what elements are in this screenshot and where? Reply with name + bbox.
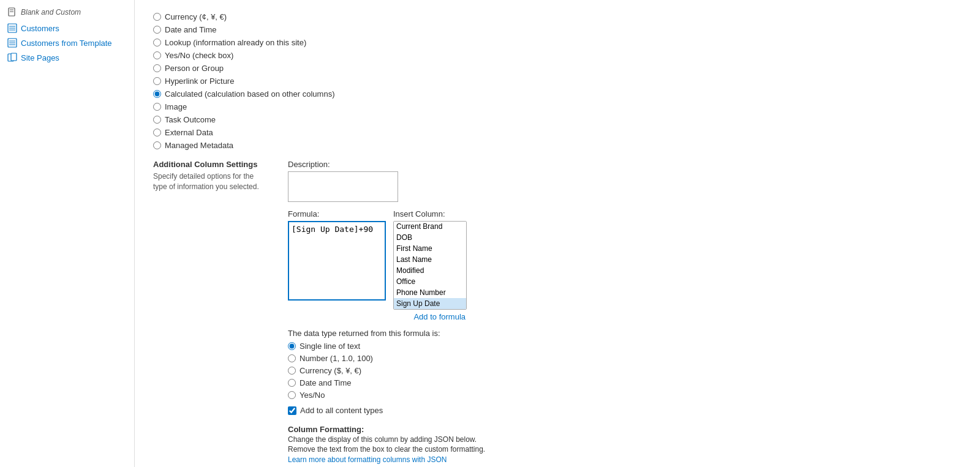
radio-yesno-label: Yes/No (check box) (165, 51, 233, 60)
sidebar-item-customers-label: Customers (21, 24, 59, 33)
radio-person-group-label: Person or Group (165, 64, 224, 73)
insert-option-first-name[interactable]: First Name (394, 243, 466, 254)
radio-dt-datetime-input[interactable] (288, 379, 296, 387)
sidebar-item-blank-label: Blank and Custom (21, 8, 81, 17)
radio-image-label: Image (165, 102, 187, 111)
sidebar-item-customers-template[interactable]: Customers from Template (0, 35, 134, 50)
sidebar-item-customers-template-label: Customers from Template (21, 39, 112, 48)
radio-external-data-label: External Data (165, 128, 213, 137)
sidebar: Blank and Custom Customers Customers fro… (0, 0, 135, 467)
radio-dt-yesno-label: Yes/No (300, 390, 325, 400)
data-type-label: The data type returned from this formula… (288, 329, 962, 338)
radio-dt-yesno-input[interactable] (288, 391, 296, 399)
radio-currency-input[interactable] (153, 13, 161, 21)
settings-label-column: Additional Column Settings Specify detai… (153, 160, 263, 467)
radio-managed-metadata-label: Managed Metadata (165, 141, 233, 150)
additional-column-settings: Additional Column Settings Specify detai… (153, 160, 962, 467)
insert-option-phone-number[interactable]: Phone Number (394, 287, 466, 298)
page-icon (7, 7, 17, 17)
insert-option-office[interactable]: Office (394, 276, 466, 287)
column-formatting-link[interactable]: Learn more about formatting columns with… (288, 455, 447, 464)
insert-option-sign-up-date[interactable]: Sign Up Date (394, 298, 466, 309)
radio-person-group[interactable]: Person or Group (153, 64, 962, 73)
list-icon (7, 23, 17, 33)
description-label: Description: (288, 160, 962, 169)
settings-content-column: Description: Formula: [Sign Up Date]+90 … (288, 160, 962, 467)
insert-option-dob[interactable]: DOB (394, 232, 466, 243)
radio-dt-single-line-input[interactable] (288, 342, 296, 350)
column-formatting-desc2: Remove the text from the box to clear th… (288, 445, 962, 454)
radio-task-outcome-input[interactable] (153, 116, 161, 124)
sitepages-icon (7, 53, 17, 62)
add-to-content-types-label: Add to all content types (300, 406, 383, 415)
app-layout: Blank and Custom Customers Customers fro… (0, 0, 980, 467)
radio-image-input[interactable] (153, 103, 161, 111)
radio-currency-label: Currency (¢, ¥, €) (165, 12, 227, 21)
radio-dt-datetime-label: Date and Time (300, 378, 352, 387)
radio-managed-metadata[interactable]: Managed Metadata (153, 141, 962, 150)
radio-lookup-label: Lookup (information already on this site… (165, 38, 306, 47)
radio-dt-single-line-label: Single line of text (300, 342, 360, 351)
formula-textarea[interactable]: [Sign Up Date]+90 (288, 221, 386, 301)
sidebar-item-site-pages-label: Site Pages (21, 53, 59, 62)
svg-rect-12 (11, 53, 17, 61)
radio-dt-currency-label: Currency ($, ¥, €) (300, 366, 361, 375)
settings-section-title: Additional Column Settings (153, 160, 263, 169)
radio-external-data[interactable]: External Data (153, 128, 962, 137)
settings-section-desc: Specify detailed options for the type of… (153, 171, 263, 192)
radio-lookup-input[interactable] (153, 39, 161, 47)
radio-hyperlink-input[interactable] (153, 77, 161, 85)
radio-task-outcome-label: Task Outcome (165, 115, 216, 124)
insert-column-listbox[interactable]: Created Current Brand DOB First Name Las… (393, 221, 467, 310)
list-template-icon (7, 38, 17, 48)
sidebar-item-customers[interactable]: Customers (0, 21, 134, 35)
main-content: Currency (¢, ¥, €) Date and Time Lookup … (135, 0, 980, 467)
insert-option-title[interactable]: Title (394, 309, 466, 310)
add-to-content-types-row[interactable]: Add to all content types (288, 406, 962, 415)
radio-external-data-input[interactable] (153, 129, 161, 136)
add-to-content-types-checkbox[interactable] (288, 406, 296, 415)
column-type-radio-group: Currency (¢, ¥, €) Date and Time Lookup … (153, 12, 962, 150)
radio-task-outcome[interactable]: Task Outcome (153, 115, 962, 124)
insert-column-label: Insert Column: (393, 209, 467, 219)
radio-yesno-input[interactable] (153, 51, 161, 59)
radio-calculated-label: Calculated (calculation based on other c… (165, 89, 335, 99)
radio-currency[interactable]: Currency (¢, ¥, €) (153, 12, 962, 21)
radio-datetime-label: Date and Time (165, 25, 217, 34)
column-formatting-title: Column Formatting: (288, 425, 962, 434)
radio-dt-number-label: Number (1, 1.0, 100) (300, 354, 373, 363)
insert-option-modified[interactable]: Modified (394, 265, 466, 276)
insert-option-last-name[interactable]: Last Name (394, 254, 466, 265)
insert-column: Insert Column: Created Current Brand DOB… (393, 209, 467, 310)
radio-person-group-input[interactable] (153, 64, 161, 72)
formula-column: Formula: [Sign Up Date]+90 (288, 209, 386, 302)
formula-label: Formula: (288, 209, 386, 219)
column-formatting-desc1: Change the display of this column by add… (288, 435, 962, 444)
radio-calculated-input[interactable] (153, 90, 161, 98)
radio-datetime-input[interactable] (153, 26, 161, 34)
radio-dt-yesno[interactable]: Yes/No (288, 390, 962, 400)
radio-calculated[interactable]: Calculated (calculation based on other c… (153, 89, 962, 99)
formula-row: Formula: [Sign Up Date]+90 Insert Column… (288, 209, 962, 310)
radio-hyperlink-label: Hyperlink or Picture (165, 77, 234, 86)
sidebar-item-site-pages[interactable]: Site Pages (0, 50, 134, 65)
radio-dt-number-input[interactable] (288, 354, 296, 362)
description-textarea[interactable] (288, 171, 398, 202)
radio-dt-single-line[interactable]: Single line of text (288, 342, 962, 351)
radio-dt-number[interactable]: Number (1, 1.0, 100) (288, 354, 962, 363)
radio-managed-metadata-input[interactable] (153, 141, 161, 149)
radio-yesno[interactable]: Yes/No (check box) (153, 51, 962, 60)
radio-datetime[interactable]: Date and Time (153, 25, 962, 34)
data-type-radio-group: Single line of text Number (1, 1.0, 100)… (288, 342, 962, 400)
radio-image[interactable]: Image (153, 102, 962, 111)
add-to-formula-link[interactable]: Add to formula (288, 312, 466, 321)
radio-dt-currency[interactable]: Currency ($, ¥, €) (288, 366, 962, 375)
radio-hyperlink[interactable]: Hyperlink or Picture (153, 77, 962, 86)
radio-dt-currency-input[interactable] (288, 367, 296, 375)
sidebar-item-blank[interactable]: Blank and Custom (0, 5, 134, 20)
insert-option-current-brand[interactable]: Current Brand (394, 221, 466, 232)
radio-lookup[interactable]: Lookup (information already on this site… (153, 38, 962, 47)
radio-dt-datetime[interactable]: Date and Time (288, 378, 962, 387)
